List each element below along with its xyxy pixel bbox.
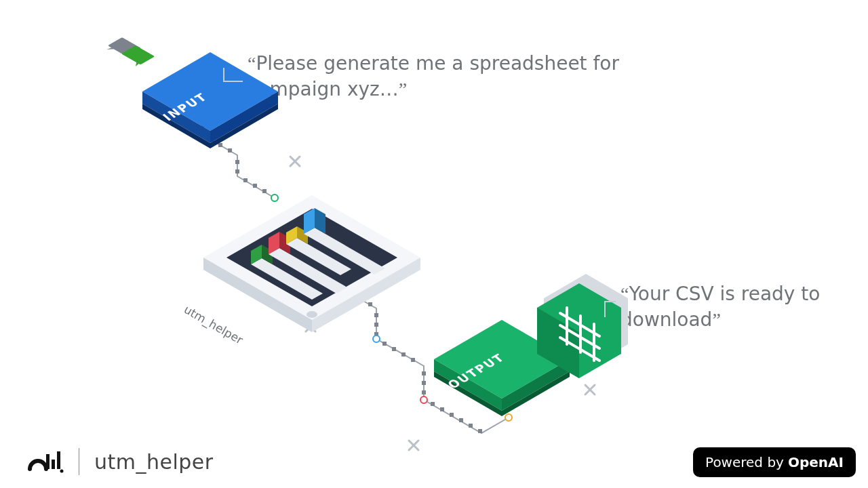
footer-divider	[79, 448, 79, 475]
badge-prefix: Powered by	[705, 454, 784, 470]
input-block: INPUT	[142, 52, 278, 148]
diagram-svg: INPUT	[0, 0, 868, 488]
svg-rect-9	[262, 189, 267, 193]
svg-rect-26	[459, 418, 463, 422]
svg-rect-8	[253, 184, 257, 188]
tablet-caption: utm_helper	[182, 302, 245, 348]
svg-rect-82	[52, 460, 55, 469]
chat-icon	[104, 37, 155, 67]
svg-rect-16	[382, 342, 387, 346]
svg-rect-4	[228, 148, 232, 152]
svg-rect-17	[392, 347, 396, 351]
svg-rect-28	[478, 429, 482, 433]
diagram-stage: “Please generate me a spreadsheet for ca…	[0, 0, 868, 488]
svg-rect-24	[440, 407, 444, 411]
svg-point-84	[60, 470, 64, 473]
svg-rect-27	[469, 424, 473, 428]
svg-rect-81	[46, 454, 50, 469]
footer: utm_helper	[26, 447, 214, 476]
powered-by-badge: Powered by OpenAI	[693, 447, 856, 477]
svg-rect-18	[401, 352, 406, 357]
svg-rect-20	[422, 371, 426, 375]
tablet-device: utm_helper	[182, 195, 421, 348]
svg-rect-6	[235, 169, 239, 174]
svg-rect-83	[57, 451, 60, 469]
svg-point-29	[271, 195, 278, 201]
svg-rect-21	[422, 381, 426, 385]
brand-logo-icon	[26, 447, 64, 476]
svg-point-32	[373, 336, 380, 342]
svg-point-55	[307, 311, 317, 318]
footer-name: utm_helper	[94, 450, 214, 474]
svg-rect-14	[374, 323, 378, 327]
badge-brand: OpenAI	[788, 454, 844, 470]
svg-rect-19	[411, 358, 415, 362]
svg-rect-3	[218, 143, 222, 147]
svg-rect-7	[243, 178, 248, 182]
svg-rect-25	[450, 413, 454, 417]
svg-rect-5	[235, 160, 239, 164]
svg-point-33	[420, 396, 427, 403]
svg-rect-22	[422, 390, 426, 394]
svg-rect-23	[431, 402, 435, 406]
svg-rect-12	[368, 302, 372, 306]
svg-point-34	[505, 414, 512, 421]
svg-rect-13	[374, 313, 378, 317]
